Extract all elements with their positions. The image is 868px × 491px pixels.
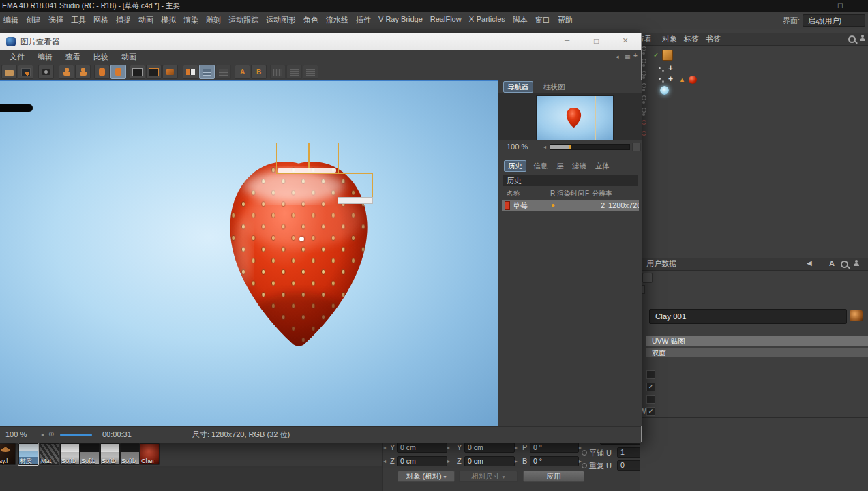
menu-mesh[interactable]: 网格	[93, 15, 108, 25]
set-marker-a-button[interactable]: A	[235, 65, 250, 79]
render-canvas[interactable]	[0, 80, 498, 428]
apply-button[interactable]: 应用	[523, 471, 584, 482]
material-sky[interactable]: 材质	[18, 443, 38, 465]
image-frame-button[interactable]	[130, 65, 145, 79]
grid-view-button[interactable]	[199, 65, 215, 79]
pv-maximize-button[interactable]: □	[594, 36, 599, 46]
pv-menu-view[interactable]: 查看	[65, 52, 80, 61]
interface-dropdown[interactable]: 启动(用户)	[803, 14, 865, 27]
visibility-toggle[interactable]	[642, 89, 645, 91]
coord-scale-z-field[interactable]: 0 cm	[464, 456, 515, 466]
tab-filter[interactable]: 滤镜	[568, 160, 590, 172]
tag-dot[interactable]	[662, 70, 664, 72]
pv-close-button[interactable]: ×	[623, 35, 628, 45]
menu-pipeline[interactable]: 流水线	[326, 15, 348, 25]
visibility-toggle[interactable]	[642, 59, 646, 63]
menu-snap[interactable]: 捕捉	[116, 15, 131, 25]
checkbox-3[interactable]	[646, 395, 655, 404]
window-maximize-button[interactable]: □	[838, 1, 843, 10]
menu-script[interactable]: 脚本	[513, 15, 528, 25]
double-sided-bar[interactable]: 双面	[646, 348, 868, 357]
visibility-toggle[interactable]	[642, 71, 646, 76]
snapshot-button[interactable]	[38, 65, 54, 79]
om-search-icon[interactable]	[848, 35, 856, 43]
record-dot-icon[interactable]	[582, 450, 587, 456]
pv-menu-file[interactable]: 文件	[10, 52, 25, 61]
table-view-button-3[interactable]	[303, 65, 318, 79]
history-back-icon[interactable]: ◀	[807, 258, 812, 268]
stepper-icon[interactable]: ▸	[579, 458, 582, 465]
material-softbox-2[interactable]: Softb	[80, 443, 100, 465]
region-render-button[interactable]	[162, 65, 178, 79]
attr-search-icon[interactable]	[841, 261, 848, 268]
om-menu-tags[interactable]: 标签	[684, 34, 699, 44]
visibility-toggle[interactable]	[642, 46, 646, 51]
pv-minimize-button[interactable]: –	[565, 35, 569, 45]
visibility-toggle[interactable]	[642, 101, 645, 104]
checkbox-1[interactable]	[646, 370, 655, 379]
menu-vray-bridge[interactable]: V-Ray Bridge	[378, 15, 423, 25]
zoom-plus-icon[interactable]: ⊕	[48, 430, 54, 439]
tab-stereo[interactable]: 立体	[591, 160, 614, 172]
user-button[interactable]	[75, 65, 91, 79]
image-frame-active-button[interactable]	[146, 65, 162, 79]
tag-dot[interactable]	[659, 67, 661, 69]
tab-history[interactable]: 历史	[504, 160, 526, 172]
coord-b-field[interactable]: 0 °	[530, 456, 579, 466]
window-minimize-button[interactable]: –	[811, 0, 816, 10]
history-row[interactable]: 草莓 ● 2 1280x720	[502, 200, 639, 211]
menu-animate[interactable]: 动画	[138, 15, 153, 25]
om-menu-objects[interactable]: 对象	[662, 34, 677, 44]
stepper-icon[interactable]: ▸	[579, 445, 582, 451]
menu-edit[interactable]: 编辑	[3, 15, 18, 25]
cube-object-icon[interactable]	[662, 50, 673, 61]
attr-mode-icon[interactable]	[642, 273, 653, 283]
history-col-rendertime[interactable]: 渲染时间	[557, 189, 584, 198]
tab-info[interactable]: 信息	[529, 160, 552, 172]
material-cherry[interactable]: Cher	[140, 443, 160, 465]
fullscreen-button[interactable]	[94, 65, 110, 79]
menu-realflow[interactable]: RealFlow	[430, 15, 462, 25]
menu-window[interactable]: 窗口	[535, 15, 550, 25]
tab-layer[interactable]: 层	[552, 160, 568, 172]
table-view-button-2[interactable]	[286, 65, 302, 79]
stepper-icon[interactable]: ◂	[543, 144, 546, 151]
axis-cross-icon[interactable]: +	[668, 63, 673, 73]
checkbox-2[interactable]: ✓	[646, 383, 655, 391]
pv-menu-animate[interactable]: 动画	[121, 52, 136, 61]
open-file-button[interactable]	[1, 65, 17, 79]
size-mode-dropdown[interactable]: 相对尺寸 ▾	[459, 471, 518, 482]
tab-navigator[interactable]: 导航器	[503, 81, 533, 93]
stepper-icon[interactable]: ◂	[383, 445, 386, 451]
menu-motion-tracker[interactable]: 运动跟踪	[228, 15, 258, 25]
history-col-f[interactable]: F	[585, 189, 589, 198]
zoom-slider[interactable]	[550, 144, 630, 150]
compare-ab-button[interactable]	[183, 65, 198, 79]
visibility-toggle-red[interactable]	[642, 131, 646, 136]
statusbar-zoom-value[interactable]: 100 %	[5, 430, 27, 439]
material-mat[interactable]: Mat	[40, 443, 59, 465]
menu-help[interactable]: 帮助	[558, 15, 573, 25]
stepper-icon[interactable]: ◂	[41, 432, 44, 438]
menu-character[interactable]: 角色	[303, 15, 318, 25]
material-name-field[interactable]: Clay 001	[649, 309, 847, 324]
history-col-name[interactable]: 名称	[507, 189, 520, 198]
coord-scale-y-field[interactable]: 0 cm	[464, 443, 515, 453]
pv-titlebar[interactable]: 图片查看器 – □ ×	[0, 33, 641, 50]
menu-plugins[interactable]: 插件	[356, 15, 371, 25]
stepper-icon[interactable]: ▸	[515, 445, 518, 451]
strawberry-material-tag-icon[interactable]	[689, 76, 697, 84]
table-view-button-1[interactable]	[270, 65, 286, 79]
history-col-resolution[interactable]: 分辨率	[592, 189, 612, 198]
pv-menu-edit[interactable]: 编辑	[38, 52, 53, 61]
visibility-toggle[interactable]	[642, 52, 645, 55]
upload-button[interactable]	[59, 65, 74, 79]
save-image-button[interactable]	[18, 65, 33, 79]
visibility-toggle-red[interactable]	[642, 120, 646, 125]
selection-box-small[interactable]	[338, 173, 373, 200]
menu-render[interactable]: 渲染	[183, 15, 198, 25]
material-softbox-4[interactable]: Softb	[120, 443, 140, 465]
menu-simulate[interactable]: 模拟	[161, 15, 176, 25]
visibility-toggle[interactable]	[642, 83, 646, 88]
attr-user-icon[interactable]	[853, 260, 860, 267]
